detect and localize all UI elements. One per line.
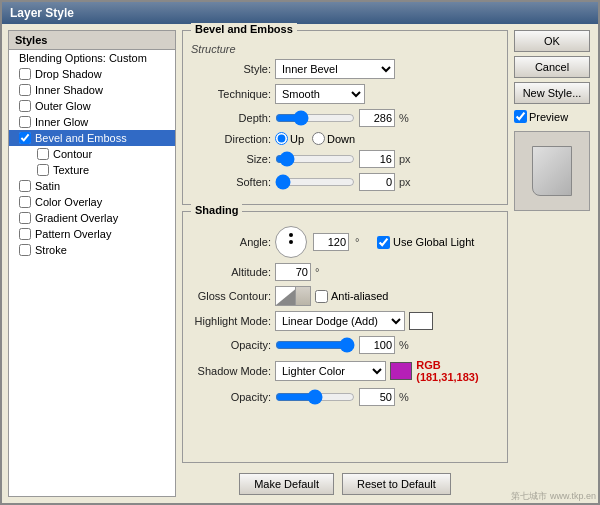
preview-box [514, 131, 590, 211]
direction-label: Direction: [191, 133, 271, 145]
size-slider[interactable] [275, 152, 355, 166]
size-label: Size: [191, 153, 271, 165]
gloss-contour-row: Gloss Contour: Anti-aliased [191, 286, 499, 306]
sidebar-item-pattern-overlay[interactable]: Pattern Overlay [9, 226, 175, 242]
sidebar-item-stroke[interactable]: Stroke [9, 242, 175, 258]
shadow-opacity-row: Opacity: % [191, 388, 499, 406]
depth-input[interactable] [359, 109, 395, 127]
sidebar-item-satin[interactable]: Satin [9, 178, 175, 194]
shadow-opacity-label: Opacity: [191, 391, 271, 403]
watermark: 第七城市 www.tkp.en [511, 490, 596, 503]
sidebar-item-outer-glow[interactable]: Outer Glow [9, 98, 175, 114]
drop-shadow-checkbox[interactable] [19, 68, 31, 80]
gloss-contour-preview[interactable] [275, 286, 311, 306]
highlight-opacity-row: Opacity: % [191, 336, 499, 354]
ok-button[interactable]: OK [514, 30, 590, 52]
stroke-checkbox[interactable] [19, 244, 31, 256]
stroke-label: Stroke [35, 244, 67, 256]
depth-slider[interactable] [275, 111, 355, 125]
altitude-row: Altitude: ° [191, 263, 499, 281]
direction-down-radio[interactable]: Down [312, 132, 355, 145]
soften-slider[interactable] [275, 175, 355, 189]
structure-label: Structure [191, 43, 499, 55]
highlight-mode-select[interactable]: Linear Dodge (Add) Normal Screen [275, 311, 405, 331]
sidebar-item-texture[interactable]: Texture [9, 162, 175, 178]
shadow-color-swatch[interactable] [390, 362, 412, 380]
angle-dot [289, 233, 293, 237]
highlight-opacity-slider[interactable] [275, 338, 355, 352]
gradient-overlay-label: Gradient Overlay [35, 212, 118, 224]
sidebar-item-inner-shadow[interactable]: Inner Shadow [9, 82, 175, 98]
technique-row: Technique: Smooth Chisel Hard Chisel Sof… [191, 84, 499, 104]
satin-checkbox[interactable] [19, 180, 31, 192]
gradient-overlay-checkbox[interactable] [19, 212, 31, 224]
soften-label: Soften: [191, 176, 271, 188]
size-row: Size: px [191, 150, 499, 168]
use-global-light-checkbox[interactable] [377, 236, 390, 249]
altitude-input[interactable] [275, 263, 311, 281]
soften-row: Soften: px [191, 173, 499, 191]
highlight-opacity-input[interactable] [359, 336, 395, 354]
sidebar-item-gradient-overlay[interactable]: Gradient Overlay [9, 210, 175, 226]
contour-checkbox[interactable] [37, 148, 49, 160]
right-panel: OK Cancel New Style... Preview [514, 30, 592, 497]
outer-glow-label: Outer Glow [35, 100, 91, 112]
style-select[interactable]: Inner Bevel Outer Bevel Emboss Pillow Em… [275, 59, 395, 79]
outer-glow-checkbox[interactable] [19, 100, 31, 112]
shadow-mode-select[interactable]: Lighter Color Normal Multiply [275, 361, 386, 381]
inner-shadow-label: Inner Shadow [35, 84, 103, 96]
inner-shadow-checkbox[interactable] [19, 84, 31, 96]
blending-label: Blending Options: Custom [19, 52, 147, 64]
preview-checkbox[interactable] [514, 110, 527, 123]
reset-button[interactable]: Reset to Default [342, 473, 451, 495]
inner-glow-checkbox[interactable] [19, 116, 31, 128]
styles-header: Styles [9, 31, 175, 50]
shadow-opacity-input[interactable] [359, 388, 395, 406]
bevel-emboss-checkbox[interactable] [19, 132, 31, 144]
depth-unit: % [399, 112, 415, 124]
shadow-opacity-unit: % [399, 391, 415, 403]
texture-checkbox[interactable] [37, 164, 49, 176]
color-overlay-label: Color Overlay [35, 196, 102, 208]
texture-label: Texture [53, 164, 89, 176]
bevel-emboss-label: Bevel and Emboss [35, 132, 127, 144]
pattern-overlay-checkbox[interactable] [19, 228, 31, 240]
use-global-light-label[interactable]: Use Global Light [377, 236, 474, 249]
depth-label: Depth: [191, 112, 271, 124]
angle-row: Angle: ° Use Global Light [191, 226, 499, 258]
bevel-emboss-section: Bevel and Emboss Structure Style: Inner … [182, 30, 508, 205]
sidebar-item-drop-shadow[interactable]: Drop Shadow [9, 66, 175, 82]
shadow-mode-row: Shadow Mode: Lighter Color Normal Multip… [191, 359, 499, 383]
anti-aliased-text: Anti-aliased [331, 290, 388, 302]
sidebar-item-blending[interactable]: Blending Options: Custom [9, 50, 175, 66]
technique-select[interactable]: Smooth Chisel Hard Chisel Soft [275, 84, 365, 104]
highlight-color-swatch[interactable] [409, 312, 433, 330]
size-unit: px [399, 153, 415, 165]
highlight-opacity-label: Opacity: [191, 339, 271, 351]
angle-wheel[interactable] [275, 226, 307, 258]
new-style-button[interactable]: New Style... [514, 82, 590, 104]
direction-up-radio[interactable]: Up [275, 132, 304, 145]
cancel-button[interactable]: Cancel [514, 56, 590, 78]
drop-shadow-label: Drop Shadow [35, 68, 102, 80]
shadow-mode-label: Shadow Mode: [191, 365, 271, 377]
make-default-button[interactable]: Make Default [239, 473, 334, 495]
soften-input[interactable] [359, 173, 395, 191]
sidebar-item-inner-glow[interactable]: Inner Glow [9, 114, 175, 130]
anti-aliased-label[interactable]: Anti-aliased [315, 290, 388, 303]
angle-input[interactable] [313, 233, 349, 251]
sidebar-item-color-overlay[interactable]: Color Overlay [9, 194, 175, 210]
sidebar-item-bevel-emboss[interactable]: Bevel and Emboss [9, 130, 175, 146]
anti-aliased-checkbox[interactable] [315, 290, 328, 303]
preview-shape [532, 146, 572, 196]
left-panel: Styles Blending Options: Custom Drop Sha… [8, 30, 176, 497]
pattern-overlay-label: Pattern Overlay [35, 228, 111, 240]
highlight-mode-label: Highlight Mode: [191, 315, 271, 327]
color-overlay-checkbox[interactable] [19, 196, 31, 208]
styles-list: Blending Options: Custom Drop Shadow Inn… [9, 50, 175, 496]
svg-marker-0 [276, 287, 298, 305]
shadow-opacity-slider[interactable] [275, 390, 355, 404]
size-input[interactable] [359, 150, 395, 168]
shading-section: Shading Angle: ° Use Global Light [182, 211, 508, 463]
sidebar-item-contour[interactable]: Contour [9, 146, 175, 162]
